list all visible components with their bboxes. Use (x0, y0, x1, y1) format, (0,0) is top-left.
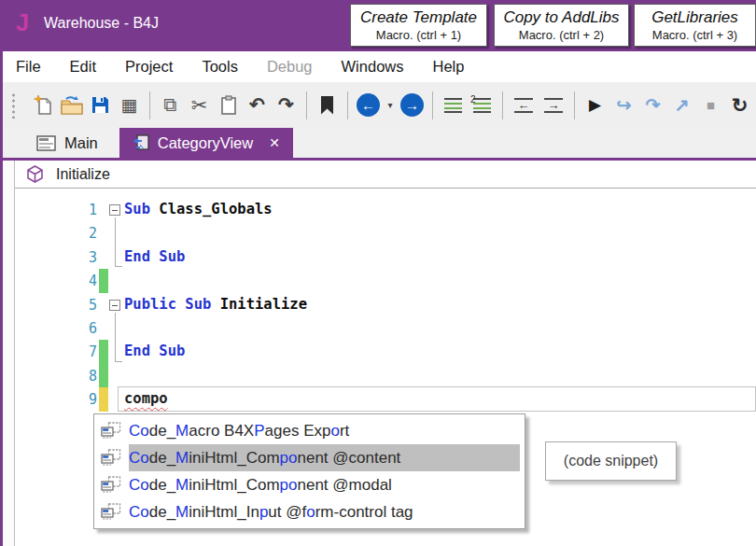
modified-line-bar (99, 387, 108, 412)
macro-button-title: Copy to AddLibs (495, 7, 628, 27)
macro-button-title: Create Template (351, 7, 486, 27)
macro-button-title: GetLibraries (635, 7, 755, 27)
sub-navigator-bar[interactable]: Initialize (15, 161, 756, 189)
outdent-icon[interactable]: ← (514, 98, 533, 113)
new-file-icon[interactable] (28, 95, 57, 116)
fold-collapse-icon[interactable] (109, 204, 120, 216)
fold-guide-line (115, 313, 122, 362)
close-tab-icon[interactable]: ✕ (269, 135, 280, 150)
code-snippet-icon (101, 503, 121, 522)
navigate-back-icon[interactable]: ← (357, 93, 380, 117)
undo-icon[interactable]: ↶ (243, 82, 272, 128)
fold-collapse-icon[interactable] (109, 300, 120, 311)
step-over-icon[interactable]: ↷ (638, 82, 667, 128)
menu-debug: Debug (267, 58, 313, 76)
tab-label: CategoryView (158, 134, 253, 152)
paste-icon[interactable] (214, 95, 243, 116)
keyword: Sub (124, 201, 159, 217)
code-line: Public Sub Initialize (124, 296, 307, 313)
collapsed-side-panel[interactable] (3, 161, 15, 546)
menu-project[interactable]: Project (125, 58, 173, 76)
indent-icon[interactable]: → (544, 98, 563, 113)
line-number: 4 (68, 273, 97, 289)
tab-categoryview[interactable]: CategoryView ✕ (119, 128, 293, 158)
navigate-forward-icon[interactable]: → (400, 93, 424, 117)
toolbar-grip-handle[interactable] (11, 92, 16, 119)
menu-file[interactable]: File (16, 58, 41, 76)
autocomplete-item[interactable]: Code_MiniHtml_Component @modal (94, 471, 525, 498)
cut-icon[interactable]: ✂ (185, 82, 214, 128)
redo-icon[interactable]: ↷ (272, 82, 301, 128)
line-number: 6 (68, 320, 97, 337)
code-snippet-icon (101, 476, 121, 495)
bookmark-icon[interactable] (321, 96, 333, 115)
snippet-tooltip: (code snippet) (545, 441, 677, 481)
changed-line-bar (99, 269, 108, 293)
code-snippet-icon (101, 449, 121, 468)
code-snippet-icon (101, 422, 121, 441)
macro-button-subtitle: Macro. (ctrl + 2) (495, 27, 628, 43)
save-icon[interactable] (86, 95, 115, 115)
macro-button-copy-to-addlibs[interactable]: Copy to AddLibs Macro. (ctrl + 2) (494, 4, 629, 47)
comment-icon[interactable] (444, 98, 462, 113)
changed-line-bar (99, 340, 108, 364)
toolbar-separator (502, 91, 503, 119)
tab-main[interactable]: Main (23, 128, 111, 158)
autocomplete-item-selected[interactable]: Code_MiniHtml_Component @content (94, 444, 525, 471)
line-number: 8 (68, 368, 97, 385)
menu-windows[interactable]: Windows (342, 58, 404, 76)
current-line-highlight (118, 386, 756, 412)
code-line: compo (124, 390, 168, 407)
autocomplete-item-label: Code_MiniHtml_Component @content (129, 444, 520, 471)
class-module-icon (133, 134, 149, 152)
line-number: 7 (68, 343, 97, 360)
open-project-icon[interactable] (57, 95, 86, 115)
typed-text-with-error: compo (124, 390, 168, 407)
line-number: 1 (68, 202, 97, 218)
code-line: End Sub (124, 343, 185, 359)
b4j-logo-icon: J (16, 9, 29, 36)
title-bar: J Warehouse - B4J Create Template Macro.… (0, 0, 756, 51)
current-sub-label: Initialize (56, 166, 110, 183)
macro-button-create-template[interactable]: Create Template Macro. (ctrl + 1) (350, 4, 487, 47)
toolbar-separator (432, 91, 433, 119)
toolbar-separator (306, 91, 307, 119)
autocomplete-popup: Code_Macro B4XPages Export Code_MiniHtml… (93, 413, 525, 529)
toolbar-separator (149, 91, 150, 119)
autocomplete-item[interactable]: Code_Macro B4XPages Export (94, 417, 525, 444)
copy-icon[interactable]: ⧉ (156, 82, 185, 128)
stop-icon[interactable]: ■ (696, 82, 725, 128)
line-number: 2 (68, 225, 97, 242)
menu-help[interactable]: Help (432, 58, 464, 76)
code-line: Sub Class_Globals (124, 201, 273, 217)
autocomplete-item-label: Code_MiniHtml_Component @modal (129, 471, 520, 498)
run-icon[interactable]: ▶ (581, 82, 609, 128)
toolbar-separator (347, 91, 348, 119)
menu-edit[interactable]: Edit (70, 58, 96, 76)
changed-line-bar (99, 364, 108, 387)
uncomment-badge: 2 (470, 94, 476, 105)
step-into-icon[interactable]: ↪ (609, 82, 638, 128)
autocomplete-item-label: Code_Macro B4XPages Export (129, 417, 520, 444)
sub-cube-icon (26, 165, 44, 183)
menu-tools[interactable]: Tools (202, 58, 238, 76)
indent-arrow: → (544, 99, 563, 112)
keyword: End Sub (124, 343, 185, 359)
outdent-arrow: ← (514, 99, 533, 112)
step-out-icon[interactable]: ↗ (667, 82, 696, 128)
form-module-icon (36, 135, 56, 151)
keyword: Public Sub (124, 296, 220, 313)
menu-bar: File Edit Project Tools Debug Windows He… (3, 51, 756, 82)
export-icon[interactable]: ▦ (115, 82, 144, 128)
line-number: 5 (68, 297, 97, 314)
line-number: 9 (68, 391, 97, 408)
code-line: End Sub (124, 248, 185, 265)
macro-button-getlibraries[interactable]: GetLibraries Macro. (ctrl + 3) (634, 4, 756, 47)
restart-icon[interactable]: ↻ (725, 82, 754, 128)
line-number: 3 (68, 249, 97, 266)
navigate-back-dropdown-icon[interactable]: ▾ (383, 82, 398, 128)
uncomment-icon[interactable]: 2 (473, 98, 491, 113)
toolbar: ▦ ⧉ ✂ ↶ ↷ ← ▾ → 2 ← → ▶ ↪ ↷ ↗ ■ ↻ (3, 82, 756, 128)
identifier: Class_Globals (159, 201, 272, 217)
autocomplete-item[interactable]: Code_MiniHtml_Input @form-control tag (94, 498, 525, 525)
